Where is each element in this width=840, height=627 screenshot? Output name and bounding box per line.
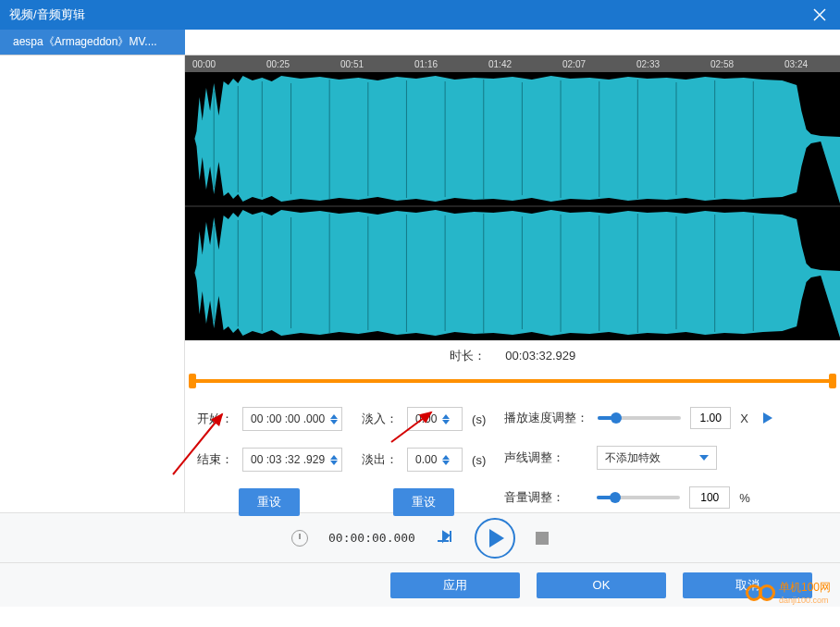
playback-time: 00:00:00.000 (328, 531, 415, 545)
ruler-tick: 01:16 (414, 59, 438, 69)
ruler-tick: 03:24 (784, 59, 808, 69)
waveform-svg (185, 72, 840, 340)
speed-label: 播放速度调整： (504, 410, 588, 426)
tab-label: aespa《Armageddon》MV.... (13, 34, 157, 50)
end-label: 结束： (196, 451, 233, 468)
sidebar (0, 55, 185, 512)
fadeout-input[interactable]: 0.00 (407, 448, 463, 472)
voice-effect-select[interactable]: 不添加特效 (597, 446, 717, 470)
fadein-label: 淡入： (361, 411, 398, 427)
spinner-down-icon[interactable] (330, 420, 338, 424)
fadein-input[interactable]: 0.00 (407, 407, 463, 431)
spinner-up-icon[interactable] (442, 414, 450, 419)
range-track (189, 379, 836, 383)
speed-slider[interactable] (598, 416, 681, 420)
tab-file[interactable]: aespa《Armageddon》MV.... (0, 30, 185, 55)
spinner-down-icon[interactable] (442, 461, 450, 465)
close-icon (813, 8, 826, 21)
fadeout-value: 0.00 (415, 453, 437, 466)
watermark-text: 单机100网 (779, 580, 831, 596)
fadeout-label: 淡出： (361, 451, 398, 468)
range-slider[interactable] (189, 372, 836, 390)
start-time-input[interactable]: 00 :00 :00 .000 (242, 407, 342, 431)
ruler-tick: 02:33 (636, 59, 660, 69)
watermark-url: danji100.com (779, 596, 831, 605)
spinner-up-icon[interactable] (330, 455, 338, 460)
ruler-tick: 00:25 (266, 59, 290, 69)
volume-unit: % (739, 491, 750, 505)
watermark-icon (759, 584, 775, 601)
stop-button[interactable] (536, 532, 549, 545)
watermark: 单机100网 danji100.com (746, 580, 831, 605)
tab-strip: aespa《Armageddon》MV.... (0, 30, 840, 55)
volume-value-input[interactable] (689, 486, 730, 509)
apply-button[interactable]: 应用 (390, 572, 520, 598)
voice-label: 声线调整： (504, 449, 587, 466)
volume-label: 音量调整： (504, 489, 587, 506)
ruler-tick: 02:58 (710, 59, 734, 69)
window-title: 视频/音频剪辑 (9, 6, 85, 23)
ruler-tick: 00:00 (192, 59, 216, 69)
title-bar: 视频/音频剪辑 (0, 0, 840, 30)
duration-value: 00:03:32.929 (505, 349, 575, 363)
start-label: 开始： (196, 411, 233, 427)
play-icon (489, 529, 504, 547)
slider-thumb[interactable] (611, 412, 622, 424)
end-time-value: 00 :03 :32 .929 (251, 453, 325, 466)
voice-effect-value: 不添加特效 (605, 450, 661, 466)
seconds-unit: (s) (472, 453, 486, 467)
spinner-up-icon[interactable] (442, 455, 450, 460)
clock-icon (291, 530, 308, 547)
start-time-value: 00 :00 :00 .000 (251, 412, 325, 425)
chevron-down-icon (699, 455, 709, 461)
range-handle-start[interactable] (189, 374, 196, 388)
slider-thumb[interactable] (610, 492, 621, 503)
jump-icon (436, 528, 454, 545)
spinner-down-icon[interactable] (442, 420, 450, 424)
ruler-tick: 00:51 (340, 59, 364, 69)
speed-value-input[interactable] (690, 407, 731, 429)
duration-label: 时长： (450, 349, 486, 363)
volume-slider[interactable] (597, 496, 680, 499)
seconds-unit: (s) (472, 412, 486, 426)
ruler-tick: 01:42 (488, 59, 512, 69)
dialog-footer: 应用 OK 取消 (0, 562, 840, 607)
end-time-input[interactable]: 00 :03 :32 .929 (242, 448, 342, 472)
preview-speed-button[interactable] (758, 408, 778, 428)
ok-button[interactable]: OK (537, 572, 666, 598)
duration-bar: 时长： 00:03:32.929 (185, 340, 840, 372)
range-handle-end[interactable] (829, 374, 836, 388)
spinner-up-icon[interactable] (330, 414, 338, 419)
jump-to-button[interactable] (436, 528, 454, 548)
waveform-display[interactable] (185, 72, 840, 340)
reset-time-button[interactable]: 重设 (239, 488, 300, 516)
time-ruler: 00:00 00:25 00:51 01:16 01:42 02:07 02:3… (185, 55, 840, 72)
spinner-down-icon[interactable] (330, 461, 338, 465)
close-button[interactable] (809, 4, 831, 26)
ruler-tick: 02:07 (562, 59, 586, 69)
fadein-value: 0.00 (415, 412, 437, 425)
speed-unit: X (740, 412, 748, 425)
reset-fade-button[interactable]: 重设 (393, 488, 454, 516)
play-icon (763, 412, 772, 424)
